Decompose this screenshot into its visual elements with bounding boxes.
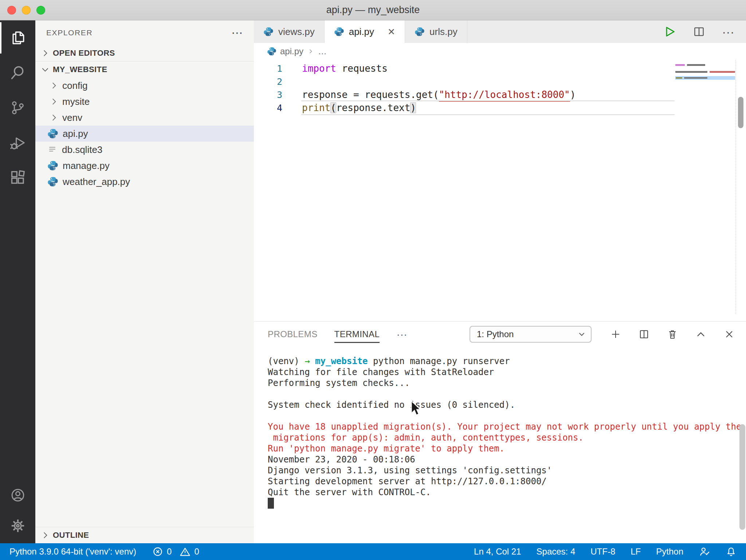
terminal-line: System check identified no issues (0 sil… bbox=[268, 399, 746, 410]
outline-section[interactable]: OUTLINE bbox=[35, 527, 254, 543]
bracket-match-token: ( bbox=[330, 102, 336, 113]
editor-more-actions-button[interactable]: ··· bbox=[722, 25, 734, 39]
minimap-current-line bbox=[675, 76, 735, 80]
panel-actions bbox=[610, 328, 735, 340]
run-debug-activity-button[interactable] bbox=[0, 125, 35, 160]
code-line-4: 4 print(response.text) bbox=[254, 101, 746, 114]
terminal-scrollbar-thumb[interactable] bbox=[739, 424, 745, 530]
chevron-down-icon bbox=[577, 330, 586, 339]
encoding-status[interactable]: UTF-8 bbox=[590, 547, 615, 557]
tree-item-db-sqlite3[interactable]: db.sqlite3 bbox=[35, 142, 254, 158]
line-number: 4 bbox=[254, 103, 282, 113]
line-number: 1 bbox=[254, 63, 282, 74]
tree-item-api-py[interactable]: api.py bbox=[35, 126, 254, 142]
terminal-line: Django version 3.1.3, using settings 'co… bbox=[268, 465, 746, 476]
indentation-status[interactable]: Spaces: 4 bbox=[537, 547, 576, 557]
cursor-position-status[interactable]: Ln 4, Col 21 bbox=[474, 547, 521, 557]
tree-item-label: db.sqlite3 bbox=[62, 144, 102, 155]
terminal-output[interactable]: (venv) → my_website python manage.py run… bbox=[254, 347, 746, 543]
terminal-line-blank bbox=[268, 410, 746, 421]
terminal-profile-select[interactable]: 1: Python bbox=[470, 326, 592, 343]
explorer-activity-button[interactable] bbox=[0, 20, 35, 55]
close-window-button[interactable] bbox=[7, 6, 16, 15]
keyword-token: import bbox=[302, 63, 336, 74]
indentation-label: Spaces: 4 bbox=[537, 547, 576, 557]
minimap-segment bbox=[676, 77, 682, 79]
zoom-window-button[interactable] bbox=[36, 6, 45, 15]
search-icon bbox=[9, 64, 26, 81]
search-activity-button[interactable] bbox=[0, 55, 35, 90]
split-terminal-button[interactable] bbox=[638, 328, 650, 340]
workspace-root-folder[interactable]: MY_WEBSITE bbox=[35, 62, 254, 78]
tab-label: urls.py bbox=[429, 26, 458, 38]
new-terminal-button[interactable] bbox=[610, 328, 621, 340]
tab-terminal[interactable]: TERMINAL bbox=[334, 322, 380, 347]
minimize-window-button[interactable] bbox=[22, 6, 31, 15]
tab-label: api.py bbox=[349, 26, 374, 38]
status-left: Python 3.9.0 64-bit ('venv': venv) 0 0 bbox=[9, 546, 199, 557]
run-file-button[interactable] bbox=[663, 25, 676, 38]
python-interpreter-status[interactable]: Python 3.9.0 64-bit ('venv': venv) bbox=[9, 547, 136, 557]
settings-button[interactable] bbox=[0, 510, 35, 541]
eol-status[interactable]: LF bbox=[631, 547, 641, 557]
python-icon bbox=[263, 27, 274, 37]
sidebar-header: EXPLORER ⋯ bbox=[35, 20, 254, 45]
python-icon bbox=[47, 160, 58, 171]
terminal-line-error: Run 'python manage.py migrate' to apply … bbox=[268, 443, 746, 454]
chevron-right-icon bbox=[40, 531, 50, 540]
git-branch-icon bbox=[10, 100, 26, 116]
terminal-line-blank bbox=[268, 389, 746, 399]
terminal-line-error: migrations for app(s): admin, auth, cont… bbox=[268, 432, 746, 443]
chevron-right-icon bbox=[49, 113, 59, 122]
function-token: print bbox=[302, 102, 330, 113]
tab-views-py[interactable]: views.py bbox=[254, 20, 325, 43]
editor-tab-bar: views.py api.py ✕ bbox=[254, 20, 746, 43]
explorer-sidebar: EXPLORER ⋯ OPEN EDITORS MY_WEBSITE confi… bbox=[35, 20, 254, 543]
status-right: Ln 4, Col 21 Spaces: 4 UTF-8 LF Python bbox=[474, 546, 737, 557]
notifications-button[interactable] bbox=[726, 546, 737, 557]
chevron-right-icon bbox=[49, 97, 59, 106]
breadcrumb-symbol[interactable]: … bbox=[318, 46, 327, 56]
maximize-panel-button[interactable] bbox=[695, 328, 707, 340]
cursor-position-label: Ln 4, Col 21 bbox=[474, 547, 521, 557]
kill-terminal-button[interactable] bbox=[667, 328, 678, 340]
prompt-directory: my_website bbox=[315, 356, 368, 366]
minimap-segment bbox=[710, 71, 735, 73]
activity-bar bbox=[0, 20, 35, 543]
language-mode-status[interactable]: Python bbox=[656, 547, 683, 557]
status-bar: Python 3.9.0 64-bit ('venv': venv) 0 0 L… bbox=[0, 543, 746, 560]
python-icon bbox=[415, 27, 425, 37]
tree-item-weather-app-py[interactable]: weather_app.py bbox=[35, 174, 254, 190]
tree-item-manage-py[interactable]: manage.py bbox=[35, 158, 254, 174]
extensions-activity-button[interactable] bbox=[0, 160, 35, 195]
close-tab-icon[interactable]: ✕ bbox=[388, 27, 395, 37]
source-control-activity-button[interactable] bbox=[0, 90, 35, 125]
bell-icon bbox=[726, 546, 737, 557]
code-token: response = requests.get( bbox=[302, 89, 439, 100]
account-button[interactable] bbox=[0, 480, 35, 510]
sidebar-more-actions-button[interactable]: ⋯ bbox=[231, 29, 243, 36]
tab-urls-py[interactable]: urls.py bbox=[405, 20, 467, 43]
tree-item-label: weather_app.py bbox=[63, 176, 130, 188]
panel-tab-label: TERMINAL bbox=[334, 329, 380, 339]
split-editor-button[interactable] bbox=[693, 25, 705, 38]
tab-label: views.py bbox=[278, 26, 315, 38]
workspace-label: MY_WEBSITE bbox=[53, 65, 107, 74]
tab-problems[interactable]: PROBLEMS bbox=[268, 322, 318, 347]
tree-item-venv[interactable]: venv bbox=[35, 110, 254, 126]
minimap[interactable] bbox=[675, 64, 735, 80]
close-panel-button[interactable] bbox=[723, 328, 735, 340]
line-number: 3 bbox=[254, 90, 282, 100]
problems-status[interactable]: 0 0 bbox=[152, 546, 199, 557]
code-editor[interactable]: 1 import requests 2 3 response = request… bbox=[254, 60, 746, 114]
editor-scrollbar-thumb[interactable] bbox=[738, 97, 743, 128]
chevron-right-icon bbox=[40, 48, 50, 58]
feedback-button[interactable] bbox=[699, 546, 710, 557]
error-icon bbox=[152, 546, 163, 557]
tab-api-py[interactable]: api.py ✕ bbox=[325, 20, 405, 43]
tree-item-config[interactable]: config bbox=[35, 78, 254, 94]
open-editors-section[interactable]: OPEN EDITORS bbox=[35, 45, 254, 61]
panel-more-tabs-button[interactable]: ··· bbox=[396, 328, 407, 340]
tree-item-mysite[interactable]: mysite bbox=[35, 94, 254, 110]
breadcrumb-file[interactable]: api.py bbox=[280, 46, 303, 56]
